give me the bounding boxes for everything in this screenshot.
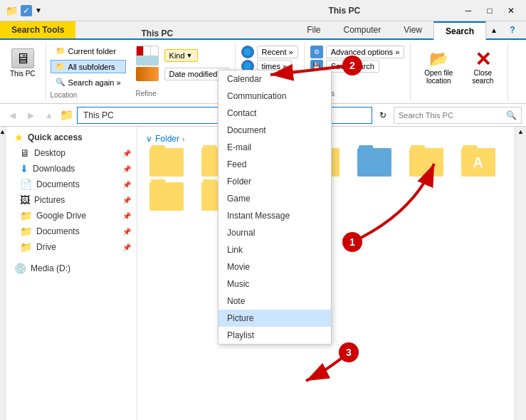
- search-box[interactable]: 🔍: [394, 107, 522, 124]
- folder-tile-1[interactable]: [143, 148, 189, 177]
- google-drive-label: Google Drive: [36, 211, 86, 221]
- sidebar-item-drive[interactable]: 📁 Drive 📌: [6, 239, 137, 255]
- this-pc-button[interactable]: This PC: [4, 46, 41, 80]
- main-area: ∨ Folder ›: [137, 127, 526, 420]
- sidebar-container: ▲ ★ Quick access 🖥 Desktop 📌 ⬇ Downloads…: [0, 127, 137, 420]
- title-bar: 📁 ✓ ▼ This PC ─ □ ✕: [0, 0, 526, 21]
- kind-dropdown: Calendar Communication Contact Document …: [218, 70, 332, 345]
- maximize-button[interactable]: □: [480, 4, 499, 18]
- pictures-icon: 🖼: [20, 194, 30, 206]
- date-icon: [136, 67, 159, 81]
- kind-dropdown-button[interactable]: Kind ▼: [164, 49, 198, 62]
- tab-search[interactable]: Search: [433, 21, 486, 40]
- folder-tile-5[interactable]: [351, 148, 397, 177]
- media-label: Media (D:): [31, 263, 70, 273]
- all-subfolders-button[interactable]: 📁 All subfolders: [51, 60, 126, 73]
- tab-file[interactable]: File: [295, 21, 332, 38]
- window-title-tabs: This PC: [141, 28, 173, 38]
- this-pc-section: This PC: [0, 43, 46, 100]
- pc-icon: [11, 48, 34, 68]
- save-search-label: Save search: [331, 62, 374, 70]
- close-button[interactable]: ✕: [502, 4, 520, 18]
- folder-icon-5: [357, 148, 391, 177]
- kind-item-contact[interactable]: Contact: [219, 105, 331, 122]
- folder-icon-1: [149, 148, 184, 177]
- sidebar-item-quick-access: ★ Quick access: [6, 130, 137, 145]
- kind-item-folder[interactable]: Folder: [219, 173, 331, 190]
- kind-item-email[interactable]: E-mail: [219, 139, 331, 156]
- kind-item-calendar[interactable]: Calendar: [219, 70, 331, 88]
- documents2-label: Documents: [36, 226, 80, 236]
- search-magnifier-icon: 🔍: [506, 110, 517, 120]
- downloads-pin-icon: 📌: [122, 165, 131, 173]
- all-subfolders-label: All subfolders: [68, 63, 115, 71]
- back-button[interactable]: ◀: [4, 107, 20, 123]
- desktop-pin-icon: 📌: [122, 149, 131, 157]
- sidebar-left-scroll: ▲: [0, 127, 6, 420]
- folder-icon-7: A: [461, 148, 495, 177]
- kind-item-note[interactable]: Note: [219, 293, 331, 310]
- ribbon-tabs: Search Tools This PC File Computer View …: [0, 21, 526, 40]
- kind-chevron: ▼: [186, 52, 193, 59]
- sidebar-item-media[interactable]: 💿 Media (D:): [6, 261, 137, 276]
- current-folder-button[interactable]: 📁 Current folder: [51, 44, 126, 58]
- documents2-icon: 📁: [20, 226, 32, 237]
- ribbon-collapse-btn[interactable]: ▲: [486, 22, 502, 38]
- kind-item-communication[interactable]: Communication: [219, 88, 331, 105]
- search-input[interactable]: [399, 111, 506, 120]
- forward-button[interactable]: ▶: [23, 107, 38, 123]
- open-file-icon: 📂: [427, 49, 450, 69]
- sidebar-scroll-up[interactable]: ▲: [0, 128, 6, 135]
- drive-icon: 📁: [20, 241, 32, 253]
- right-scrollbar[interactable]: ▲: [515, 127, 526, 420]
- kind-item-movie[interactable]: Movie: [219, 258, 331, 275]
- sidebar: ★ Quick access 🖥 Desktop 📌 ⬇ Downloads 📌…: [6, 127, 137, 420]
- kind-item-music[interactable]: Music: [219, 275, 331, 293]
- location-group-label: Location: [51, 91, 126, 99]
- close-search-icon: ✕: [471, 49, 494, 69]
- recent-button[interactable]: Recent »: [257, 46, 298, 58]
- tab-view[interactable]: View: [392, 21, 433, 38]
- sidebar-item-downloads[interactable]: ⬇ Downloads 📌: [6, 161, 137, 177]
- close-x-icon: ✕: [475, 48, 491, 71]
- ribbon-help-btn[interactable]: ?: [505, 22, 520, 38]
- open-file-location-button[interactable]: 📂 Open filelocation: [416, 46, 461, 98]
- search-again-button[interactable]: 🔍 Search again »: [51, 75, 126, 89]
- kind-item-game[interactable]: Game: [219, 190, 331, 207]
- folder-tile-7[interactable]: A: [455, 148, 501, 177]
- sidebar-item-google-drive[interactable]: 📁 Google Drive 📌: [6, 208, 137, 224]
- refresh-button[interactable]: ↻: [375, 107, 391, 123]
- folder-icon-all: 📁: [56, 62, 65, 71]
- documents-label: Documents: [36, 179, 80, 189]
- folder-header-text: Folder: [155, 134, 179, 144]
- sidebar-item-pictures[interactable]: 🖼 Pictures 📌: [6, 192, 137, 208]
- kind-item-picture[interactable]: Picture: [219, 310, 331, 327]
- kind-item-link[interactable]: Link: [219, 241, 331, 258]
- scroll-up-btn[interactable]: ▲: [515, 127, 526, 135]
- save-search-button[interactable]: Save search: [326, 60, 379, 73]
- advanced-options-label: Advanced options »: [331, 48, 400, 56]
- advanced-options-row: ⚙ Advanced options »: [310, 46, 405, 58]
- minimize-button[interactable]: ─: [459, 4, 478, 18]
- tab-computer[interactable]: Computer: [332, 21, 392, 38]
- this-pc-label: This PC: [10, 70, 36, 78]
- quick-access-icon: 📁: [6, 5, 18, 16]
- folder-tile-6[interactable]: [403, 148, 449, 177]
- kind-item-instant-message[interactable]: Instant Message: [219, 207, 331, 224]
- kind-item-document[interactable]: Document: [219, 122, 331, 139]
- folder-tile-8[interactable]: [143, 182, 189, 211]
- close-search-button[interactable]: ✕ Closesearch: [463, 46, 502, 98]
- drive-pin-icon: 📌: [122, 243, 131, 251]
- sidebar-item-documents2[interactable]: 📁 Documents 📌: [6, 224, 137, 239]
- up-button[interactable]: ▲: [41, 107, 57, 123]
- documents-icon: 📄: [20, 179, 32, 190]
- kind-item-playlist[interactable]: Playlist: [219, 327, 331, 344]
- kind-item-feed[interactable]: Feed: [219, 156, 331, 173]
- open-file-label: Open filelocation: [424, 69, 453, 85]
- folder-icon-6: [409, 148, 443, 177]
- down-arrow-icon: ▼: [35, 6, 42, 14]
- sidebar-item-documents[interactable]: 📄 Documents 📌: [6, 177, 137, 192]
- sidebar-item-desktop[interactable]: 🖥 Desktop 📌: [6, 145, 137, 161]
- advanced-options-button[interactable]: Advanced options »: [326, 46, 405, 58]
- kind-item-journal[interactable]: Journal: [219, 224, 331, 241]
